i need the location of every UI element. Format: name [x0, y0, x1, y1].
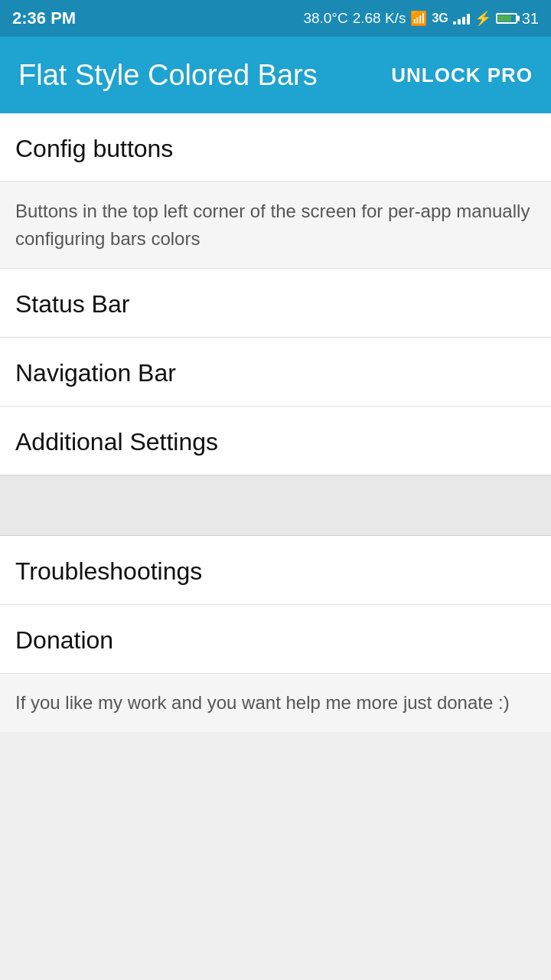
settings-item-troubleshootings[interactable]: Troubleshootings — [0, 536, 551, 605]
battery-level: 31 — [522, 10, 539, 28]
settings-item-donation[interactable]: Donation — [0, 605, 551, 673]
network-type-icon: 3G — [432, 11, 448, 25]
donation-description: If you like my work and you want help me… — [0, 673, 551, 732]
signal-bars-icon — [453, 12, 470, 24]
section-divider — [0, 475, 551, 536]
config-buttons-title: Config buttons — [15, 135, 173, 162]
settings-item-config-buttons[interactable]: Config buttons — [0, 113, 551, 182]
additional-settings-title: Additional Settings — [15, 428, 218, 456]
donation-title: Donation — [15, 626, 113, 654]
settings-list: Config buttons Buttons in the top left c… — [0, 113, 551, 475]
status-time: 2:36 PM — [12, 8, 76, 28]
settings-item-navigation-bar[interactable]: Navigation Bar — [0, 338, 551, 407]
charging-icon: ⚡ — [474, 10, 491, 27]
settings-item-additional-settings[interactable]: Additional Settings — [0, 407, 551, 475]
status-temperature: 38.0°C — [303, 10, 347, 27]
status-bar-title: Status Bar — [15, 290, 129, 318]
app-title: Flat Style Colored Bars — [18, 59, 318, 92]
bottom-section: Troubleshootings Donation If you like my… — [0, 536, 551, 732]
toolbar: Flat Style Colored Bars UNLOCK PRO — [0, 37, 551, 113]
status-right-group: 38.0°C 2.68 K/s 📶 3G ⚡ 31 — [303, 10, 539, 28]
settings-item-status-bar[interactable]: Status Bar — [0, 269, 551, 338]
unlock-pro-button[interactable]: UNLOCK PRO — [391, 57, 533, 93]
wifi-icon: 📶 — [410, 10, 427, 27]
troubleshootings-title: Troubleshootings — [15, 557, 202, 585]
config-buttons-description: Buttons in the top left corner of the sc… — [0, 182, 551, 269]
status-speed: 2.68 K/s — [353, 10, 406, 27]
battery-icon — [496, 13, 517, 24]
status-bar: 2:36 PM 38.0°C 2.68 K/s 📶 3G ⚡ 31 — [0, 0, 551, 37]
navigation-bar-title: Navigation Bar — [15, 359, 176, 387]
